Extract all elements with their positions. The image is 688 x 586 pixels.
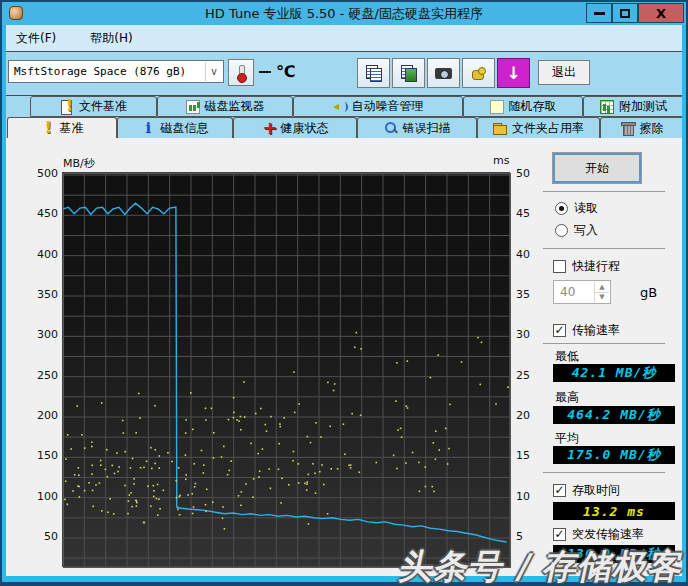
left-axis-tick: 100 xyxy=(32,490,58,503)
chevron-down-icon[interactable]: v xyxy=(205,62,222,81)
tab-file-benchmark[interactable]: 文件基准 xyxy=(30,96,157,117)
short-stroke-option[interactable]: 快捷行程 xyxy=(553,258,620,275)
maximize-button[interactable] xyxy=(612,3,638,23)
menu-file[interactable]: 文件(F) xyxy=(12,28,60,49)
min-label: 最低 xyxy=(555,348,579,365)
save-results-button[interactable]: ↓ xyxy=(497,58,530,88)
copy-text-icon xyxy=(366,65,382,81)
exit-button[interactable]: 退出 xyxy=(538,60,590,85)
right-axis-tick: 35 xyxy=(516,288,538,301)
camera-icon xyxy=(435,68,452,79)
tab-folder-usage[interactable]: 文件夹占用率 xyxy=(477,117,600,138)
tab-strip-primary: 基准 磁盘信息 健康状态 错误扫描 文件夹占用率 擦除 xyxy=(7,117,684,138)
minimize-icon xyxy=(594,12,605,15)
right-axis-tick: 5 xyxy=(516,530,538,543)
access-time-option[interactable]: 存取时间 xyxy=(553,482,620,499)
drive-select-value: MsftStorage Space (876 gB) xyxy=(14,65,186,78)
tab-strip-secondary: 文件基准 磁盘监视器 自动噪音管理 随机存取 附加测试 xyxy=(30,96,684,117)
donate-button[interactable] xyxy=(462,58,495,88)
temperature-unit: ℃ xyxy=(276,62,295,81)
spin-down-icon[interactable]: ▼ xyxy=(595,293,609,303)
exit-label: 退出 xyxy=(552,64,576,81)
right-axis-title: ms xyxy=(493,154,509,167)
window-border-left xyxy=(2,25,6,576)
left-axis-tick: 250 xyxy=(32,369,58,382)
health-cross-icon xyxy=(262,121,276,135)
access-time-checkbox[interactable] xyxy=(553,484,566,497)
drive-select-combobox[interactable]: MsftStorage Space (876 gB) v xyxy=(8,60,224,83)
tab-erase[interactable]: 擦除 xyxy=(600,117,684,138)
write-option[interactable]: 写入 xyxy=(555,222,598,239)
copy-image-button[interactable] xyxy=(392,58,425,88)
tab-aam[interactable]: 自动噪音管理 xyxy=(293,96,463,117)
menu-help[interactable]: 帮助(H) xyxy=(86,28,136,49)
extra-tests-icon xyxy=(600,100,614,114)
tab-extra-tests[interactable]: 附加测试 xyxy=(583,96,684,117)
magnifier-icon xyxy=(384,121,398,135)
menu-bar: 文件(F) 帮助(H) xyxy=(2,25,686,52)
transfer-rate-checkbox[interactable] xyxy=(553,324,566,337)
speaker-icon xyxy=(333,100,347,114)
benchmark-tab-page: MB/秒 ms 50045040035030025020015010050504… xyxy=(6,138,682,576)
watermark-text: 头条号 / 存储极客 xyxy=(395,544,688,586)
left-axis-tick: 300 xyxy=(32,328,58,341)
burst-rate-option[interactable]: 突发传输速率 xyxy=(553,526,644,543)
right-axis-tick: 10 xyxy=(516,490,538,503)
copy-image-icon xyxy=(401,65,417,81)
capacity-spinner[interactable]: 40 ▲▼ xyxy=(553,280,611,304)
panel-divider xyxy=(543,472,665,473)
tab-disk-info[interactable]: 磁盘信息 xyxy=(117,117,233,138)
benchmark-chart xyxy=(62,172,510,567)
burst-rate-checkbox[interactable] xyxy=(553,528,566,541)
temperature-value-dash xyxy=(259,71,271,73)
window-title: HD Tune 专业版 5.50 - 硬盘/固态硬盘实用程序 xyxy=(2,5,686,23)
short-stroke-checkbox[interactable] xyxy=(553,260,566,273)
tab-error-scan[interactable]: 错误扫描 xyxy=(357,117,477,138)
info-icon xyxy=(142,121,156,135)
tab-random-access[interactable]: 随机存取 xyxy=(463,96,583,117)
right-axis-tick: 30 xyxy=(516,328,538,341)
close-icon: X xyxy=(656,6,666,21)
spinner-buttons[interactable]: ▲▼ xyxy=(594,282,609,302)
right-axis-tick: 15 xyxy=(516,449,538,462)
file-benchmark-icon xyxy=(60,100,74,114)
left-axis-tick: 450 xyxy=(32,207,58,220)
max-value-display: 464.2 MB/秒 xyxy=(553,406,675,424)
folder-icon xyxy=(493,121,507,135)
app-window: HD Tune 专业版 5.50 - 硬盘/固态硬盘实用程序 X 文件(F) 帮… xyxy=(0,0,688,586)
left-axis-tick: 150 xyxy=(32,449,58,462)
copy-text-button[interactable] xyxy=(357,58,390,88)
left-axis-tick: 500 xyxy=(32,167,58,180)
capacity-value: 40 xyxy=(560,285,575,299)
right-axis-tick: 40 xyxy=(516,248,538,261)
access-time-display: 13.2 ms xyxy=(553,502,675,520)
hand-pointer-icon xyxy=(472,67,486,79)
right-axis-tick: 25 xyxy=(516,369,538,382)
tab-disk-monitor[interactable]: 磁盘监视器 xyxy=(157,96,293,117)
transfer-rate-option[interactable]: 传输速率 xyxy=(553,322,620,339)
read-option[interactable]: 读取 xyxy=(555,200,598,217)
left-axis-tick: 400 xyxy=(32,248,58,261)
benchmark-icon xyxy=(41,121,55,135)
start-button[interactable]: 开始 xyxy=(553,153,641,183)
download-arrow-icon: ↓ xyxy=(506,65,520,82)
minimize-button[interactable] xyxy=(586,3,612,23)
capacity-unit: gB xyxy=(640,285,657,300)
read-radio[interactable] xyxy=(555,202,568,215)
title-bar[interactable]: HD Tune 专业版 5.50 - 硬盘/固态硬盘实用程序 xyxy=(2,2,686,25)
trash-icon xyxy=(621,121,635,135)
left-axis-tick: 200 xyxy=(32,409,58,422)
min-value-display: 42.1 MB/秒 xyxy=(553,364,675,382)
screenshot-button[interactable] xyxy=(427,58,460,88)
temperature-button[interactable] xyxy=(228,59,254,86)
max-label: 最高 xyxy=(555,389,579,406)
spin-up-icon[interactable]: ▲ xyxy=(595,282,609,293)
avg-label: 平均 xyxy=(555,430,579,447)
left-axis-tick: 50 xyxy=(32,530,58,543)
panel-divider xyxy=(543,248,665,249)
right-axis-tick: 20 xyxy=(516,409,538,422)
tab-benchmark[interactable]: 基准 xyxy=(7,117,117,138)
close-button[interactable]: X xyxy=(638,3,684,23)
tab-health[interactable]: 健康状态 xyxy=(233,117,357,138)
write-radio[interactable] xyxy=(555,224,568,237)
